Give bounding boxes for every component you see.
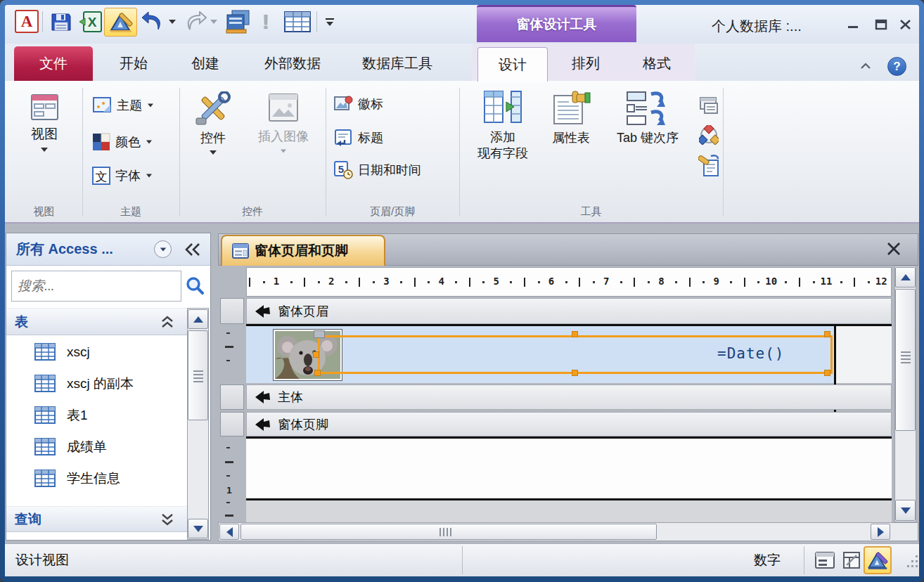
footer-section-selector[interactable] xyxy=(220,412,244,436)
search-icon[interactable] xyxy=(184,276,205,297)
tab-format[interactable]: 格式 xyxy=(627,46,686,81)
nav-section-tables[interactable]: 表 xyxy=(6,308,187,335)
design-view-status-button[interactable] xyxy=(864,546,892,574)
undo-dropdown[interactable] xyxy=(167,17,177,27)
tools-icon xyxy=(195,91,231,127)
doc-scroll-up-button[interactable] xyxy=(895,267,916,287)
nav-table-item[interactable]: 表1 xyxy=(6,399,187,431)
save-button[interactable] xyxy=(49,8,73,35)
group-separator xyxy=(723,88,724,216)
nav-table-item[interactable]: xscj 的副本 xyxy=(6,368,187,399)
qat-customize-button[interactable] xyxy=(322,13,338,31)
undo-button[interactable] xyxy=(140,8,165,35)
form-view-status-button[interactable] xyxy=(813,549,837,571)
design-view-qat-button[interactable] xyxy=(104,8,137,37)
form-footer-section-bar[interactable]: 窗体页脚 xyxy=(246,412,892,436)
nav-pane-header[interactable]: 所有 Access ... xyxy=(6,233,210,266)
table-icon xyxy=(34,438,56,455)
form-footer-grid[interactable] xyxy=(246,439,892,498)
header-section-selector[interactable] xyxy=(220,298,244,324)
nav-table-item[interactable]: 成绩单 xyxy=(6,431,187,463)
vertical-ruler[interactable]: 1 xyxy=(218,266,246,523)
help-button[interactable]: ? xyxy=(887,57,906,76)
tab-order-button[interactable]: Tab 键次序 xyxy=(602,90,693,146)
tab-arrange[interactable]: 排列 xyxy=(557,46,615,81)
datetime-icon: 5 xyxy=(333,160,353,180)
doc-scroll-left-button[interactable] xyxy=(219,524,239,540)
controls-button[interactable]: 控件 xyxy=(191,91,235,155)
subform-new-window-button[interactable] xyxy=(698,94,720,117)
tab-create[interactable]: 创建 xyxy=(177,46,233,81)
view-code-icon xyxy=(699,125,719,145)
view-code-button[interactable] xyxy=(698,124,720,146)
close-document-button[interactable] xyxy=(885,240,903,258)
datetime-button[interactable]: 5 日期和时间 xyxy=(333,157,421,183)
minimize-icon xyxy=(847,20,859,30)
redo-icon xyxy=(184,11,207,32)
nav-table-item[interactable]: 学生信息 xyxy=(6,463,187,494)
nav-pane-title: 所有 Access ... xyxy=(16,240,113,259)
close-button[interactable] xyxy=(894,15,916,34)
qat-separator-2 xyxy=(316,11,317,32)
nav-scroll-down-button[interactable] xyxy=(188,519,208,538)
colors-icon xyxy=(92,133,110,151)
fonts-button[interactable]: 文 字体 xyxy=(92,163,153,188)
document-tab[interactable]: 窗体页眉和页脚 xyxy=(221,235,385,266)
run-button[interactable]: ! xyxy=(259,8,273,35)
logo-button[interactable]: 徽标 xyxy=(333,91,383,117)
resize-handle-bottom-right[interactable] xyxy=(824,370,830,376)
tab-design[interactable]: 设计 xyxy=(477,47,548,82)
add-existing-fields-button[interactable]: 添加 现有字段 xyxy=(466,90,540,162)
horizontal-ruler[interactable]: 123456789101112 xyxy=(246,267,892,297)
colors-button[interactable]: 颜色 xyxy=(92,129,153,155)
status-view-name: 设计视图 xyxy=(15,551,69,569)
move-handle[interactable] xyxy=(314,330,325,338)
resize-handle-bottom[interactable] xyxy=(572,370,578,376)
redo-button[interactable] xyxy=(183,8,208,35)
collapse-ribbon-button[interactable] xyxy=(856,59,875,73)
search-input[interactable] xyxy=(11,271,181,302)
tab-external-data[interactable]: 外部数据 xyxy=(250,46,335,81)
detail-section-selector[interactable] xyxy=(220,384,244,410)
header-footer-group-label: 页眉/页脚 xyxy=(326,205,459,219)
form-view-status-icon xyxy=(815,552,835,569)
layout-view-status-button[interactable] xyxy=(840,549,864,571)
tools-group-label: 工具 xyxy=(459,205,723,219)
doc-scroll-right-button[interactable] xyxy=(871,524,890,540)
resize-handle-left[interactable] xyxy=(313,351,319,358)
nav-section-queries[interactable]: 查询 xyxy=(6,506,187,532)
doc-vscrollbar-thumb[interactable] xyxy=(895,289,916,431)
detail-section-bar[interactable]: 主体 xyxy=(246,384,892,410)
title-button[interactable]: 标题 xyxy=(333,125,383,150)
convert-macros-button[interactable] xyxy=(698,153,720,179)
form-view-qat-button[interactable] xyxy=(224,7,252,37)
shutter-close-icon[interactable] xyxy=(184,242,202,257)
section-collapse-arrow-icon xyxy=(255,305,271,318)
tab-file[interactable]: 文件 xyxy=(14,46,93,81)
nav-table-item[interactable]: xscj xyxy=(6,336,187,368)
nav-scrollbar-thumb[interactable] xyxy=(188,330,208,420)
group-separator xyxy=(459,88,460,216)
doc-hscrollbar-thumb[interactable] xyxy=(240,524,657,540)
resize-handle-top[interactable] xyxy=(572,331,578,337)
export-excel-button[interactable]: X xyxy=(77,8,104,35)
tab-home[interactable]: 开始 xyxy=(105,46,162,81)
minimize-button[interactable] xyxy=(842,15,864,34)
resize-handle-bottom-left[interactable] xyxy=(314,370,321,376)
nav-scroll-up-button[interactable] xyxy=(188,309,208,329)
property-sheet-button[interactable]: 属性表 xyxy=(543,90,599,146)
insert-image-button[interactable]: 插入图像 xyxy=(245,91,322,153)
doc-scroll-down-button[interactable] xyxy=(895,500,916,521)
views-button[interactable]: 视图 xyxy=(20,93,69,152)
redo-dropdown[interactable] xyxy=(209,17,219,27)
form-view-large-icon xyxy=(28,93,60,122)
themes-button[interactable]: 主题 xyxy=(92,93,154,118)
restore-button[interactable] xyxy=(871,15,892,34)
datasheet-view-button[interactable] xyxy=(283,8,312,35)
resize-handle-top-right[interactable] xyxy=(824,331,830,337)
nav-menu-dropdown[interactable] xyxy=(154,240,172,258)
tab-database-tools[interactable]: 数据库工具 xyxy=(352,46,443,81)
resize-grip[interactable] xyxy=(903,554,920,572)
form-header-section-bar[interactable]: 窗体页眉 xyxy=(246,298,892,324)
status-divider xyxy=(462,546,463,574)
